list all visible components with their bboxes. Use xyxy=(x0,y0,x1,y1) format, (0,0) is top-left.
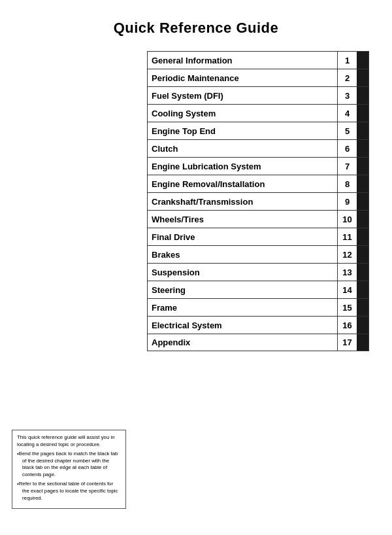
toc-item-number: 6 xyxy=(337,140,357,157)
toc-row: Fuel System (DFI)3 xyxy=(147,86,369,104)
toc-item-number: 12 xyxy=(337,246,357,263)
toc-row: Engine Removal/Installation8 xyxy=(147,175,369,192)
toc-item-label: Brakes xyxy=(148,246,337,263)
toc-item-number: 8 xyxy=(337,175,357,192)
toc-item-label: Wheels/Tires xyxy=(148,211,337,228)
toc-row: Crankshaft/Transmission9 xyxy=(147,192,369,210)
toc-item-block xyxy=(357,281,368,298)
toc-container: General Information1Periodic Maintenance… xyxy=(147,51,369,351)
toc-item-number: 17 xyxy=(337,334,357,351)
toc-item-block xyxy=(357,87,368,104)
toc-item-label: Electrical System xyxy=(148,317,337,334)
toc-row: Clutch6 xyxy=(147,139,369,157)
toc-item-block xyxy=(357,193,368,210)
toc-row: Cooling System4 xyxy=(147,104,369,122)
toc-item-block xyxy=(357,317,368,334)
toc-item-label: Suspension xyxy=(148,264,337,281)
toc-item-label: Frame xyxy=(148,299,337,316)
toc-item-block xyxy=(357,211,368,228)
note-line1: This quick reference guide will assist y… xyxy=(17,434,121,449)
toc-item-block xyxy=(357,69,368,86)
toc-row: Appendix17 xyxy=(147,334,369,351)
toc-item-label: Appendix xyxy=(148,334,337,351)
toc-item-number: 15 xyxy=(337,299,357,316)
toc-item-label: General Information xyxy=(148,52,337,69)
toc-item-number: 7 xyxy=(337,158,357,175)
toc-row: Frame15 xyxy=(147,298,369,316)
toc-row: Steering14 xyxy=(147,281,369,298)
toc-item-block xyxy=(357,246,368,263)
toc-item-label: Engine Top End xyxy=(148,122,337,139)
toc-item-label: Fuel System (DFI) xyxy=(148,87,337,104)
toc-row: Engine Top End5 xyxy=(147,122,369,139)
toc-item-label: Engine Lubrication System xyxy=(148,158,337,175)
toc-item-block xyxy=(357,122,368,139)
toc-item-label: Clutch xyxy=(148,140,337,157)
note-bullet2: •Refer to the sectional table of content… xyxy=(17,481,121,502)
toc-item-number: 11 xyxy=(337,228,357,245)
toc-item-label: Steering xyxy=(148,281,337,298)
toc-row: Final Drive11 xyxy=(147,228,369,245)
toc-item-label: Final Drive xyxy=(148,228,337,245)
toc-item-number: 2 xyxy=(337,69,357,86)
toc-item-number: 5 xyxy=(337,122,357,139)
toc-item-number: 3 xyxy=(337,87,357,104)
toc-item-number: 14 xyxy=(337,281,357,298)
toc-row: Engine Lubrication System7 xyxy=(147,157,369,175)
toc-item-block xyxy=(357,105,368,122)
toc-item-number: 9 xyxy=(337,193,357,210)
toc-row: Wheels/Tires10 xyxy=(147,210,369,228)
toc-item-number: 4 xyxy=(337,105,357,122)
toc-item-block xyxy=(357,264,368,281)
toc-item-block xyxy=(357,228,368,245)
note-box: This quick reference guide will assist y… xyxy=(12,430,126,509)
toc-row: General Information1 xyxy=(147,51,369,69)
page-title: Quick Reference Guide xyxy=(13,20,379,37)
toc-item-label: Engine Removal/Installation xyxy=(148,175,337,192)
toc-item-label: Crankshaft/Transmission xyxy=(148,193,337,210)
note-bullet1: •Bend the pages back to match the black … xyxy=(17,451,121,479)
toc-row: Suspension13 xyxy=(147,263,369,281)
toc-item-block xyxy=(357,52,368,69)
toc-item-label: Periodic Maintenance xyxy=(148,69,337,86)
toc-item-block xyxy=(357,140,368,157)
toc-item-number: 1 xyxy=(337,52,357,69)
toc-item-block xyxy=(357,175,368,192)
toc-item-block xyxy=(357,299,368,316)
toc-item-number: 13 xyxy=(337,264,357,281)
toc-row: Periodic Maintenance2 xyxy=(147,69,369,86)
toc-item-block xyxy=(357,158,368,175)
toc-item-number: 10 xyxy=(337,211,357,228)
toc-row: Brakes12 xyxy=(147,245,369,263)
toc-item-label: Cooling System xyxy=(148,105,337,122)
toc-item-number: 16 xyxy=(337,317,357,334)
toc-item-block xyxy=(357,334,368,351)
toc-row: Electrical System16 xyxy=(147,316,369,334)
page: Quick Reference Guide General Informatio… xyxy=(0,0,392,535)
